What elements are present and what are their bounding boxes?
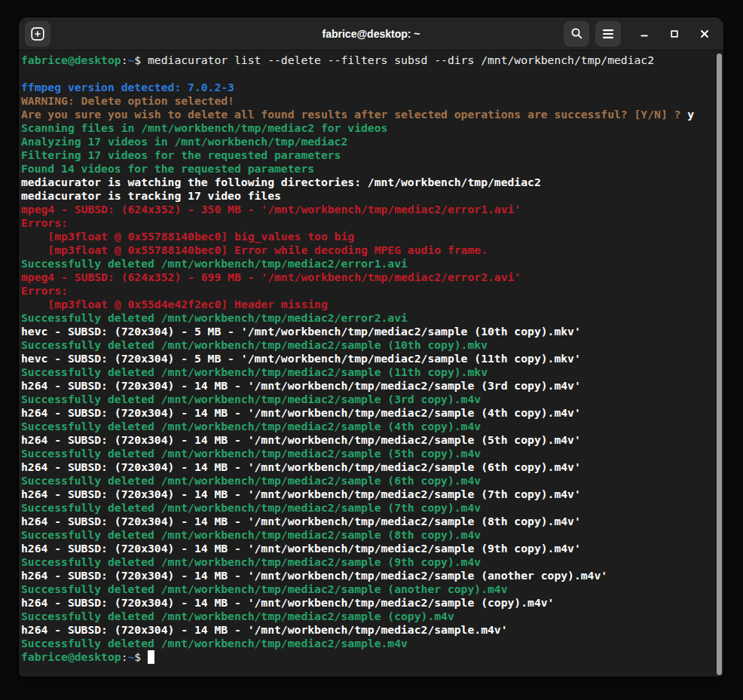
terminal-line: h264 - SUBSD: (720x304) - 14 MB - '/mnt/… (21, 379, 713, 393)
terminal-line: Successfully deleted /mnt/workbench/tmp/… (21, 501, 713, 515)
terminal-line: h264 - SUBSD: (720x304) - 14 MB - '/mnt/… (21, 460, 713, 474)
minimize-button[interactable] (631, 21, 657, 47)
maximize-button[interactable] (662, 21, 687, 47)
scrollbar-thumb[interactable] (717, 53, 722, 675)
hamburger-menu-icon (602, 29, 614, 39)
menu-button[interactable] (595, 21, 621, 47)
terminal-line: h264 - SUBSD: (720x304) - 14 MB - '/mnt/… (21, 433, 713, 447)
terminal-line: mediacurator is watching the following d… (21, 176, 713, 189)
window-title: fabrice@desktop: ~ (323, 28, 420, 40)
terminal-line: Errors: (21, 284, 713, 298)
terminal-line: h264 - SUBSD: (720x304) - 14 MB - '/mnt/… (21, 515, 713, 528)
terminal-line: Successfully deleted /mnt/workbench/tmp/… (21, 365, 713, 379)
terminal-line: Successfully deleted /mnt/workbench/tmp/… (21, 637, 713, 650)
terminal-line: hevc - SUBSD: (720x304) - 5 MB - '/mnt/w… (21, 325, 713, 338)
terminal-line: Successfully deleted /mnt/workbench/tmp/… (21, 447, 713, 460)
maximize-icon (668, 28, 680, 40)
terminal-line: Scanning files in /mnt/workbench/tmp/med… (21, 121, 713, 135)
minimize-icon (638, 28, 650, 40)
terminal-line: h264 - SUBSD: (720x304) - 14 MB - '/mnt/… (21, 406, 713, 420)
terminal-line: mediacurator is tracking 17 video files (21, 189, 713, 203)
terminal-line: [mp3float @ 0x55788140bec0] big_values t… (21, 230, 713, 243)
terminal-line: Successfully deleted /mnt/workbench/tmp/… (21, 420, 713, 433)
terminal-line: Filtering 17 videos for the requested pa… (21, 148, 713, 162)
terminal-line: Successfully deleted /mnt/workbench/tmp/… (21, 582, 713, 596)
terminal-window: fabrice@desktop: ~ (19, 17, 723, 677)
terminal-line: mpeg4 - SUBSD: (624x352) - 699 MB - '/mn… (21, 271, 713, 284)
header-bar: fabrice@desktop: ~ (19, 17, 723, 50)
terminal-line: h264 - SUBSD: (720x304) - 14 MB - '/mnt/… (21, 488, 713, 501)
terminal-screen[interactable]: fabrice@desktop:~$ mediacurator list --d… (19, 50, 723, 677)
terminal-line: Successfully deleted /mnt/workbench/tmp/… (21, 555, 713, 569)
search-button[interactable] (564, 21, 589, 47)
terminal-line: Successfully deleted /mnt/workbench/tmp/… (21, 610, 713, 623)
terminal-line: hevc - SUBSD: (720x304) - 5 MB - '/mnt/w… (21, 352, 713, 365)
terminal-output: fabrice@desktop:~$ mediacurator list --d… (21, 53, 713, 664)
terminal-line (21, 67, 713, 81)
terminal-line: Analyzing 17 videos in /mnt/workbench/tm… (21, 135, 713, 148)
terminal-line: [mp3float @ 0x55d4e42f2ec0] Header missi… (21, 298, 713, 311)
terminal-line: Are you sure you wish to delete all foun… (21, 108, 713, 121)
terminal-line: Successfully deleted /mnt/workbench/tmp/… (21, 528, 713, 542)
terminal-line: Successfully deleted /mnt/workbench/tmp/… (21, 338, 713, 352)
terminal-line: Successfully deleted /mnt/workbench/tmp/… (21, 393, 713, 406)
terminal-line: [mp3float @ 0x55788140bec0] Error while … (21, 243, 713, 257)
terminal-line: h264 - SUBSD: (720x304) - 14 MB - '/mnt/… (21, 623, 713, 637)
terminal-line: ffmpeg version detected: 7.0.2-3 (21, 81, 713, 94)
terminal-line: h264 - SUBSD: (720x304) - 14 MB - '/mnt/… (21, 596, 713, 610)
terminal-line: Found 14 videos for the requested parame… (21, 162, 713, 176)
terminal-line: Successfully deleted /mnt/workbench/tmp/… (21, 257, 713, 271)
close-icon (699, 28, 711, 40)
terminal-line: h264 - SUBSD: (720x304) - 14 MB - '/mnt/… (21, 569, 713, 582)
terminal-line: Successfully deleted /mnt/workbench/tmp/… (21, 311, 713, 325)
terminal-line: fabrice@desktop:~$ mediacurator list --d… (21, 53, 713, 67)
close-button[interactable] (692, 21, 717, 47)
terminal-line: fabrice@desktop:~$ (21, 650, 713, 664)
search-icon (570, 27, 583, 40)
terminal-line: Successfully deleted /mnt/workbench/tmp/… (21, 474, 713, 488)
new-tab-button[interactable] (25, 21, 50, 47)
terminal-cursor (148, 650, 154, 664)
terminal-line: Errors: (21, 216, 713, 230)
header-controls (564, 21, 717, 47)
terminal-line: h264 - SUBSD: (720x304) - 14 MB - '/mnt/… (21, 542, 713, 555)
terminal-line: mpeg4 - SUBSD: (624x352) - 350 MB - '/mn… (21, 203, 713, 216)
terminal-line: WARNING: Delete option selected! (21, 94, 713, 108)
new-tab-icon (31, 27, 44, 41)
